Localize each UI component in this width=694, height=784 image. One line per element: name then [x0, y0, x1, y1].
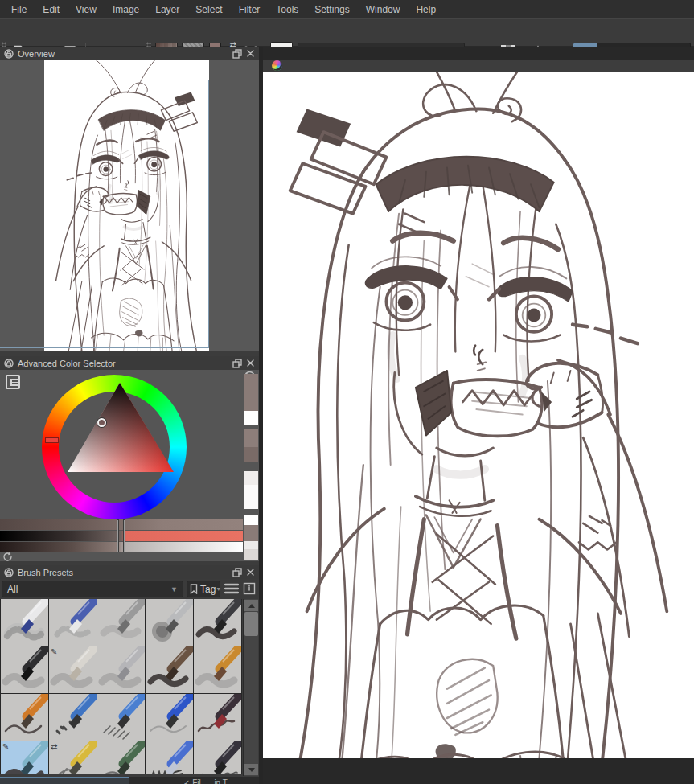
menu-item-settings[interactable]: Settings: [306, 1, 357, 18]
color-selector-docker-header[interactable]: Advanced Color Selector: [0, 356, 259, 370]
history-swatch[interactable]: [244, 515, 258, 525]
menu-item-window[interactable]: Window: [358, 1, 409, 18]
brush-preset-pen-blue-sketch[interactable]: [146, 741, 193, 774]
docker-title: Overview: [18, 49, 55, 59]
scroll-down-button[interactable]: [244, 764, 258, 775]
lock-icon[interactable]: [4, 359, 14, 368]
brush-preset-marker-black[interactable]: [1, 646, 48, 693]
brush-preset-eraser-fuzzy[interactable]: [97, 599, 145, 646]
shade-strip-1[interactable]: [0, 519, 243, 530]
menu-item-select[interactable]: Select: [187, 1, 230, 18]
brush-preset-pencil-soft[interactable]: ✎: [49, 646, 97, 693]
menu-icon[interactable]: [224, 582, 239, 595]
canvas-area: [263, 47, 694, 784]
overview-docker-header[interactable]: Overview: [0, 47, 259, 60]
overview-preview[interactable]: [0, 60, 259, 351]
bookmark-icon: [190, 584, 198, 594]
hue-marker[interactable]: [45, 437, 59, 443]
preset-filter-value: All: [7, 584, 18, 595]
close-icon[interactable]: [246, 49, 255, 58]
brush-preset-eraser-soft[interactable]: [49, 599, 97, 646]
pencil-badge-icon: ✎: [51, 647, 57, 656]
menu-item-tools[interactable]: Tools: [268, 1, 306, 18]
clipped-checkbox-label[interactable]: ✓ Fil in T: [183, 778, 228, 784]
color-cursor[interactable]: [97, 418, 106, 427]
history-swatch[interactable]: [244, 471, 258, 485]
docker-title: Advanced Color Selector: [18, 359, 116, 368]
brush-preset-grid: ✎✎⇄: [0, 599, 242, 774]
preset-filter-select[interactable]: All ▼: [2, 581, 183, 597]
history-swatch[interactable]: [244, 549, 258, 560]
left-dock-area: Overview Advanced Color Selector: [0, 47, 259, 784]
brush-preset-airbrush-soft[interactable]: [146, 599, 193, 646]
shade-strip-handle[interactable]: [123, 519, 125, 552]
brush-preset-pencil-blue-scribble[interactable]: [49, 694, 97, 741]
shade-strip-handle[interactable]: [117, 519, 119, 552]
menu-item-filter[interactable]: Filter: [231, 1, 269, 18]
brush-preset-pencil-green-charcoal[interactable]: [97, 741, 145, 774]
brush-preset-pen-silver[interactable]: [97, 646, 145, 693]
history-swatch[interactable]: [244, 541, 258, 549]
close-icon[interactable]: [246, 568, 255, 577]
brush-preset-pen-fine-script[interactable]: [194, 741, 241, 774]
history-swatch[interactable]: [244, 429, 258, 447]
brush-presets-docker-header[interactable]: Brush Presets: [0, 565, 259, 579]
pencil-badge-icon: ✎: [2, 742, 9, 751]
bottom-bar-segment: [0, 777, 129, 784]
brush-preset-pencil-yellow[interactable]: ⇄: [49, 741, 97, 774]
preset-scrollbar[interactable]: [243, 599, 258, 776]
chevron-down-icon: ▼: [170, 585, 178, 593]
history-swatch[interactable]: [244, 485, 258, 509]
tag-label: Tag: [200, 584, 216, 595]
brush-preset-ink-pen[interactable]: [194, 599, 241, 646]
tag-button[interactable]: Tag ▼: [187, 581, 220, 597]
history-swatch[interactable]: [244, 447, 258, 462]
float-docker-icon[interactable]: [232, 359, 242, 368]
brush-preset-paintbrush-dark[interactable]: [146, 646, 193, 693]
menu-item-layer[interactable]: Layer: [147, 1, 187, 18]
history-swatch[interactable]: [244, 374, 258, 411]
bottom-bar: ✓ Fil in T: [0, 777, 259, 784]
main-toolbar: ⇄ Normal ▼ ▼ Opacity: 15%: [0, 18, 694, 47]
docker-title: Brush Presets: [18, 568, 73, 577]
saturation-value-triangle[interactable]: [42, 375, 187, 519]
document-tab-strip[interactable]: [263, 60, 694, 72]
brush-preset-brush-orange[interactable]: [194, 646, 241, 693]
menu-item-file[interactable]: File: [3, 1, 35, 18]
brush-preset-pencil-orange[interactable]: [1, 694, 48, 741]
color-selector-settings-icon[interactable]: [6, 375, 20, 389]
advanced-color-selector-docker: Advanced Color Selector: [0, 356, 259, 561]
display-mode-icon[interactable]: [243, 582, 256, 595]
overview-view-rectangle[interactable]: [0, 80, 209, 348]
brush-preset-pencil-blue-hatch[interactable]: [97, 694, 145, 741]
history-swatch[interactable]: [244, 411, 258, 425]
history-swatch[interactable]: [244, 525, 258, 541]
brush-preset-eraser-hard[interactable]: [1, 599, 48, 646]
menu-item-edit[interactable]: Edit: [35, 1, 68, 18]
menu-item-view[interactable]: View: [68, 1, 105, 18]
scrollbar-thumb[interactable]: [244, 612, 258, 636]
color-history-column: [244, 374, 258, 560]
shade-strip-3[interactable]: [0, 542, 243, 552]
krita-document-icon[interactable]: [272, 60, 282, 71]
scroll-up-button[interactable]: [244, 600, 258, 611]
shade-strip-2[interactable]: [0, 531, 243, 541]
brush-preset-pencil-blue-light[interactable]: [146, 694, 193, 741]
brush-preset-pencil-teal-selected[interactable]: ✎: [1, 741, 48, 774]
float-docker-icon[interactable]: [232, 49, 242, 59]
history-gap: [244, 462, 258, 471]
close-icon[interactable]: [246, 359, 255, 367]
chevron-down-icon: ▼: [216, 586, 221, 592]
overview-docker: Overview: [0, 47, 259, 351]
swap-badge-icon: ⇄: [51, 742, 57, 751]
brush-preset-pen-dark-red[interactable]: [194, 694, 241, 741]
menu-bar: FileEditViewImageLayerSelectFilterToolsS…: [0, 0, 694, 18]
history-gap: [244, 509, 258, 515]
menu-item-help[interactable]: Help: [408, 1, 444, 18]
lock-icon[interactable]: [4, 568, 14, 577]
lock-icon[interactable]: [4, 49, 14, 59]
menu-item-image[interactable]: Image: [105, 1, 147, 18]
brush-presets-docker: Brush Presets All ▼ Tag ▼ ✎✎⇄: [0, 565, 259, 784]
canvas[interactable]: [263, 72, 694, 758]
float-docker-icon[interactable]: [232, 568, 242, 577]
